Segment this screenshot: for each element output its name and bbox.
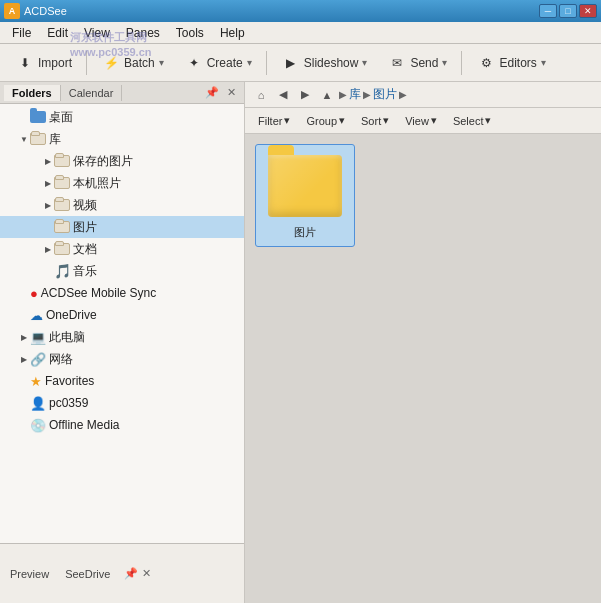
tree-item-pc0359[interactable]: 👤 pc0359 — [0, 392, 244, 414]
view-button[interactable]: View ▾ — [398, 111, 444, 130]
tab-seedrive[interactable]: SeeDrive — [59, 566, 116, 582]
sort-label: Sort — [361, 115, 381, 127]
editors-button[interactable]: ⚙ Editors ▾ — [467, 48, 554, 78]
tree-item-network[interactable]: ▶ 🔗 网络 — [0, 348, 244, 370]
menu-tools[interactable]: Tools — [168, 24, 212, 42]
batch-dropdown-icon: ▾ — [159, 57, 164, 68]
menu-help[interactable]: Help — [212, 24, 253, 42]
tree-label: ACDSee Mobile Sync — [41, 286, 156, 300]
create-icon: ✦ — [184, 53, 204, 73]
app-icon: A — [4, 3, 20, 19]
tree-item-favorites[interactable]: ★ Favorites — [0, 370, 244, 392]
filter-button[interactable]: Filter ▾ — [251, 111, 297, 130]
tree-item-desktop[interactable]: 桌面 — [0, 106, 244, 128]
nav-forward-button[interactable]: ▶ — [295, 85, 315, 105]
tree-item-this-pc[interactable]: ▶ 💻 此电脑 — [0, 326, 244, 348]
panel-pin-icon[interactable]: 📌 — [201, 86, 223, 99]
preview-tabs: Preview SeeDrive 📌 ✕ — [4, 566, 151, 582]
nav-home-button[interactable]: ⌂ — [251, 85, 271, 105]
sort-button[interactable]: Sort ▾ — [354, 111, 396, 130]
create-button[interactable]: ✦ Create ▾ — [175, 48, 261, 78]
preview-close-icon[interactable]: ✕ — [142, 567, 151, 580]
close-button[interactable]: ✕ — [579, 4, 597, 18]
nav-back-button[interactable]: ◀ — [273, 85, 293, 105]
breadcrumb-pictures[interactable]: 图片 — [373, 86, 397, 103]
acdsee-icon: ● — [30, 286, 38, 301]
preview-pin-icon[interactable]: 📌 — [124, 567, 138, 580]
star-icon: ★ — [30, 374, 42, 389]
breadcrumb-separator: ▶ — [339, 89, 347, 100]
select-button[interactable]: Select ▾ — [446, 111, 499, 130]
breadcrumb-library[interactable]: 库 — [349, 86, 361, 103]
tree-label: 库 — [49, 131, 61, 148]
panel-close-icon[interactable]: ✕ — [223, 86, 240, 99]
toolbar-separator — [86, 51, 87, 75]
slideshow-button[interactable]: ▶ Slideshow ▾ — [272, 48, 377, 78]
tree-item-videos[interactable]: ▶ 视频 — [0, 194, 244, 216]
tree-arrow: ▶ — [42, 199, 54, 211]
tree-item-music[interactable]: 🎵 音乐 — [0, 260, 244, 282]
tree-item-acdsee-mobile[interactable]: ● ACDSee Mobile Sync — [0, 282, 244, 304]
batch-icon: ⚡ — [101, 53, 121, 73]
select-dropdown-icon: ▾ — [485, 114, 491, 127]
tree-arrow — [18, 419, 30, 431]
tab-folders[interactable]: Folders — [4, 85, 61, 101]
filter-label: Filter — [258, 115, 282, 127]
tree-arrow — [42, 265, 54, 277]
filter-dropdown-icon: ▾ — [284, 114, 290, 127]
maximize-button[interactable]: □ — [559, 4, 577, 18]
tree-arrow: ▶ — [42, 243, 54, 255]
title-bar: A ACDSee ─ □ ✕ — [0, 0, 601, 22]
tree-arrow: ▶ — [18, 331, 30, 343]
tree-label: 桌面 — [49, 109, 73, 126]
tree-label: pc0359 — [49, 396, 88, 410]
tree-label: 此电脑 — [49, 329, 85, 346]
folder-icon: 🎵 — [54, 264, 70, 278]
onedrive-icon: ☁ — [30, 308, 43, 323]
slideshow-dropdown-icon: ▾ — [362, 57, 367, 68]
tree-label: 保存的图片 — [73, 153, 133, 170]
menu-bar: File Edit View Panes Tools Help — [0, 22, 601, 44]
tree-item-pictures[interactable]: 图片 — [0, 216, 244, 238]
tab-calendar[interactable]: Calendar — [61, 85, 123, 101]
menu-panes[interactable]: Panes — [118, 24, 168, 42]
send-dropdown-icon: ▾ — [442, 57, 447, 68]
panel-tabs: Folders Calendar 📌 ✕ — [0, 82, 244, 104]
preview-panel: Preview SeeDrive 📌 ✕ — [0, 543, 244, 603]
minimize-button[interactable]: ─ — [539, 4, 557, 18]
tree-item-library[interactable]: ▼ 库 — [0, 128, 244, 150]
tree-arrow: ▶ — [42, 155, 54, 167]
tree-label: 文档 — [73, 241, 97, 258]
view-label: View — [405, 115, 429, 127]
tree-item-camera-roll[interactable]: ▶ 本机照片 — [0, 172, 244, 194]
back-icon: ◀ — [279, 88, 287, 101]
send-button[interactable]: ✉ Send ▾ — [378, 48, 456, 78]
menu-view[interactable]: View — [76, 24, 118, 42]
tree-label: 视频 — [73, 197, 97, 214]
network-icon: 🔗 — [30, 352, 46, 367]
tree-arrow — [42, 221, 54, 233]
folder-item-pictures[interactable]: 图片 — [255, 144, 355, 247]
import-icon: ⬇ — [15, 53, 35, 73]
tree-arrow — [18, 309, 30, 321]
tree-item-saved-photos[interactable]: ▶ 保存的图片 — [0, 150, 244, 172]
tree-item-offline-media[interactable]: 💿 Offline Media — [0, 414, 244, 436]
nav-up-button[interactable]: ▲ — [317, 85, 337, 105]
folder-icon — [30, 110, 46, 124]
group-label: Group — [306, 115, 337, 127]
group-button[interactable]: Group ▾ — [299, 111, 352, 130]
import-button[interactable]: ⬇ Import — [6, 48, 81, 78]
tree-item-docs[interactable]: ▶ 文档 — [0, 238, 244, 260]
batch-button[interactable]: ⚡ Batch ▾ — [92, 48, 173, 78]
menu-file[interactable]: File — [4, 24, 39, 42]
folder-large-icon — [268, 155, 342, 217]
folder-icon — [54, 242, 70, 256]
toolbar-separator-2 — [266, 51, 267, 75]
window-controls: ─ □ ✕ — [539, 4, 597, 18]
folder-icon — [30, 132, 46, 146]
tab-preview[interactable]: Preview — [4, 566, 55, 582]
tree-item-onedrive[interactable]: ☁ OneDrive — [0, 304, 244, 326]
menu-edit[interactable]: Edit — [39, 24, 76, 42]
right-panel: ⌂ ◀ ▶ ▲ ▶ 库 ▶ 图片 ▶ — [245, 82, 601, 603]
tree-arrow — [18, 111, 30, 123]
